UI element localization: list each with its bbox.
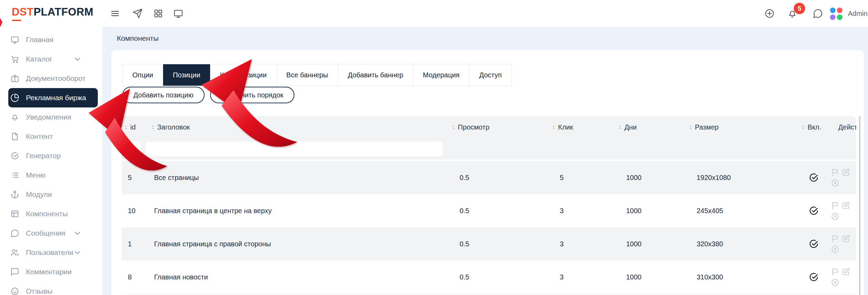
edit-icon[interactable] [841,234,850,243]
cell-actions [830,267,851,287]
admin-label[interactable]: Admin [848,10,868,18]
check-circle-icon[interactable] [809,239,819,249]
check-circle-icon[interactable] [809,206,819,216]
edit-icon[interactable] [841,201,850,210]
monitor-icon[interactable] [173,8,183,19]
check-circle-icon[interactable] [809,172,819,183]
filter-id-input[interactable] [126,142,141,156]
check-circle-icon[interactable] [809,272,819,282]
tab-vse-bannery[interactable]: Все баннеры [276,64,338,86]
sidebar-item-uvedomleniya[interactable]: Уведомления [0,107,102,127]
edit-icon[interactable] [841,168,850,177]
table-header-row: id Заголовок Просмотр Клик Дни Размер Вк… [122,116,856,138]
top-bar: DSTPLATFORM 5 Admin [0,0,868,27]
flag-icon[interactable] [831,201,840,210]
column-header-view[interactable]: Просмотр [449,123,549,131]
logo[interactable]: DSTPLATFORM [12,6,93,18]
sidebar-item-soobshcheniya[interactable]: Сообщения [0,223,102,243]
tab-pozicii[interactable]: Позиции [163,64,210,86]
sidebar-item-reklamnaya-birzha[interactable]: Рекламная биржа [8,88,98,107]
action-buttons: Добавить позицию Сохранить порядок [122,87,294,103]
hamburger-icon[interactable] [110,8,120,19]
tab-opcii[interactable]: Опции [123,64,163,86]
sidebar-item-label: Генератор [26,152,61,160]
sidebar-item-dokumentooborot[interactable]: Документооборот [0,69,102,88]
plus-circle-icon[interactable] [764,8,775,19]
tab-karta-pozicii[interactable]: Карта позиции [210,64,276,86]
sidebar-item-kommentarii[interactable]: Комментарии [0,262,102,282]
filter-title-input[interactable] [145,142,443,156]
logo-platform: PLATFORM [34,6,93,18]
file-icon [10,132,19,141]
table-scrollbar[interactable] [859,116,860,295]
pie-chart-icon [10,93,19,102]
check-circle-icon [10,151,19,160]
filter-row [122,138,856,161]
users-icon [10,248,19,257]
briefcase-icon [10,74,19,83]
sidebar-item-label: Документооборот [26,74,86,83]
x-circle-icon[interactable] [831,278,840,287]
x-circle-icon[interactable] [831,179,840,188]
tab-bar: Опции Позиции Карта позиции Все баннеры … [122,64,512,86]
sidebar-item-katalog[interactable]: Каталог [0,49,102,69]
sidebar-item-otzyvy[interactable]: Отзывы [0,282,102,295]
column-header-click[interactable]: Клик [549,123,616,131]
sidebar-item-polzovateli[interactable]: Пользователи [0,243,102,262]
sidebar-item-glavnaya[interactable]: Главная [0,30,102,49]
sidebar-item-label: Компоненты [26,210,68,218]
logo-dst: DST [12,6,34,18]
avatar[interactable] [830,8,842,20]
sidebar-item-menu[interactable]: Меню [0,165,102,185]
save-order-button[interactable]: Сохранить порядок [210,87,294,103]
sidebar-item-generator[interactable]: Генератор [0,146,102,165]
tab-moderaciya[interactable]: Модерация [413,64,469,86]
sidebar-item-moduli[interactable]: Модули [0,185,102,204]
sidebar-item-kontent[interactable]: Контент [0,127,102,146]
edit-icon[interactable] [841,267,850,276]
avatar-dot-red [837,8,842,13]
sidebar-item-label: Контент [26,132,53,141]
add-position-button[interactable]: Добавить позицию [122,87,205,103]
cell-click: 3 [549,207,616,215]
flag-icon[interactable] [831,267,840,276]
sidebar-item-label: Пользователи [26,248,73,257]
column-header-enabled[interactable]: Вкл. [799,123,830,131]
sort-icon [800,124,806,130]
comment-icon [10,267,19,276]
cell-view: 0.5 [449,174,549,182]
monitor-icon [10,35,19,44]
cell-enabled [799,239,830,249]
x-circle-icon[interactable] [831,212,840,221]
smile-icon [10,287,19,295]
sidebar-item-label: Модули [26,190,52,199]
grid-icon[interactable] [153,8,163,19]
next-row-sliver [122,294,856,294]
sort-icon [688,124,694,130]
cell-days: 1000 [616,207,686,215]
table-row: 5 Все страницы 0.5 5 1000 1920x1080 [122,161,856,194]
content-card: Опции Позиции Карта позиции Все баннеры … [111,50,864,295]
flag-icon[interactable] [831,234,840,243]
flag-icon[interactable] [831,168,840,177]
cell-id: 1 [122,240,149,248]
column-header-days[interactable]: Дни [616,123,686,131]
cell-size: 320x380 [686,240,799,248]
column-header-size[interactable]: Размер [686,123,799,131]
chat-icon[interactable] [813,8,823,19]
sidebar-item-komponenty[interactable]: Компоненты [0,204,102,223]
column-header-title[interactable]: Заголовок [149,123,449,131]
sort-icon [123,124,129,130]
sort-icon [150,124,156,130]
send-icon[interactable] [132,8,143,19]
cell-title: Главная новости [149,273,449,281]
chevron-down-icon [73,229,82,238]
sort-icon [617,124,623,130]
x-circle-icon[interactable] [831,245,840,254]
avatar-dot-green [837,15,842,20]
tab-dobavit-banner[interactable]: Добавить баннер [338,64,413,86]
cell-enabled [799,272,830,282]
cell-size: 310x300 [686,273,799,281]
column-header-id[interactable]: id [122,123,149,131]
tab-dostup[interactable]: Доступ [469,64,511,86]
